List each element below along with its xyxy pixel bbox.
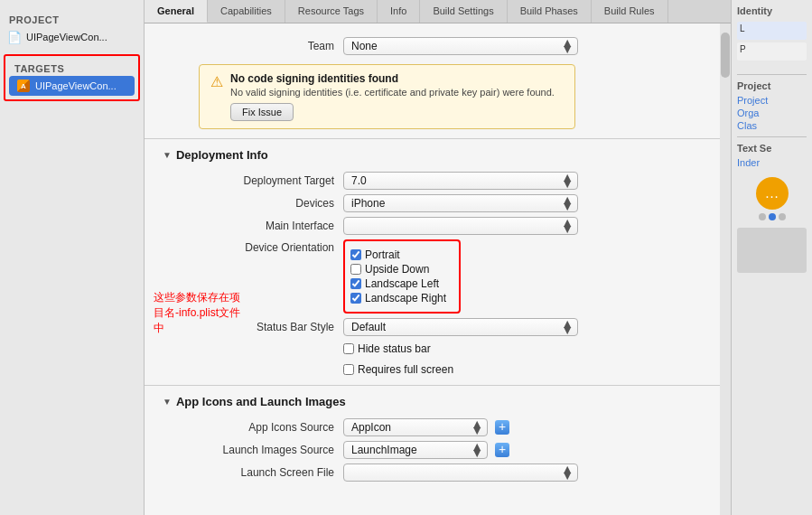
launch-images-value: LaunchImage bbox=[351, 444, 417, 456]
tab-general[interactable]: General bbox=[145, 0, 208, 23]
devices-select[interactable]: iPhone ▲▼ bbox=[343, 194, 578, 212]
hide-status-bar-label: Hide status bar bbox=[358, 342, 431, 355]
launch-images-label: Launch Images Source bbox=[145, 444, 343, 456]
app-icons-source-select[interactable]: AppIcon ▲▼ bbox=[343, 418, 488, 436]
tab-info[interactable]: Info bbox=[378, 0, 420, 23]
identity-title: Identity bbox=[737, 5, 807, 16]
status-bar-control: Default ▲▼ bbox=[343, 318, 578, 336]
sidebar: PROJECT 📄 UIPageViewCon... TARGETS A UIP… bbox=[0, 0, 145, 515]
app-icons-toggle-icon: ▼ bbox=[163, 397, 172, 407]
main-interface-control: ▲▼ bbox=[343, 217, 578, 235]
chevron-icon: ▲▼ bbox=[561, 321, 574, 333]
identity-p-item: P bbox=[737, 42, 807, 61]
project-section-right: Project Project Orga Clas bbox=[737, 74, 807, 131]
warning-content: No code signing identities found No vali… bbox=[230, 72, 555, 121]
vertical-scrollbar[interactable] bbox=[720, 23, 731, 515]
sidebar-target-label: UIPageViewCon... bbox=[35, 80, 117, 91]
team-label: Team bbox=[145, 40, 343, 52]
warning-text: No valid signing identities (i.e. certif… bbox=[230, 87, 555, 98]
project-title: Project bbox=[737, 80, 807, 91]
deployment-target-label: Deployment Target bbox=[145, 174, 343, 187]
tab-build-settings[interactable]: Build Settings bbox=[420, 0, 507, 23]
targets-section-header: TARGETS bbox=[5, 60, 138, 76]
status-bar-select[interactable]: Default ▲▼ bbox=[343, 318, 578, 336]
file-icon: 📄 bbox=[7, 30, 22, 44]
dot-1 bbox=[759, 213, 766, 220]
chevron-icon: ▲▼ bbox=[561, 466, 574, 479]
launch-screen-control: ▲▼ bbox=[343, 464, 578, 482]
tab-build-phases[interactable]: Build Phases bbox=[508, 0, 592, 23]
chevron-icon: ▲▼ bbox=[471, 421, 483, 434]
landscape-left-checkbox[interactable] bbox=[350, 278, 361, 289]
chevron-icon: ▲▼ bbox=[471, 444, 483, 456]
add-launch-image-button[interactable]: + bbox=[495, 443, 509, 457]
portrait-label: Portrait bbox=[365, 248, 400, 261]
devices-control: iPhone ▲▼ bbox=[343, 194, 578, 212]
requires-full-screen-row: Requires full screen bbox=[145, 361, 720, 378]
orientation-box: Portrait Upside Down Landscape Left bbox=[343, 239, 461, 314]
launch-screen-label: Launch Screen File bbox=[145, 466, 343, 479]
deployment-target-select[interactable]: 7.0 ▲▼ bbox=[343, 172, 578, 190]
targets-section: TARGETS A UIPageViewCon... bbox=[4, 54, 140, 101]
identity-section: Identity L P bbox=[737, 5, 807, 65]
project-section-header: PROJECT bbox=[0, 11, 144, 27]
upside-down-checkbox[interactable] bbox=[350, 264, 361, 275]
launch-screen-select[interactable]: ▲▼ bbox=[343, 464, 578, 482]
fix-issue-button[interactable]: Fix Issue bbox=[230, 103, 294, 121]
deployment-title: Deployment Info bbox=[176, 148, 268, 162]
circle-btn-wrapper: … bbox=[737, 177, 807, 210]
content-area: General Capabilities Resource Tags Info … bbox=[145, 0, 731, 515]
sidebar-item-target[interactable]: A UIPageViewCon... bbox=[9, 76, 135, 96]
tab-capabilities[interactable]: Capabilities bbox=[208, 0, 285, 23]
circle-action-button[interactable]: … bbox=[756, 177, 789, 210]
orientation-upside-down: Upside Down bbox=[350, 263, 446, 276]
requires-full-screen-checkbox[interactable] bbox=[343, 364, 354, 375]
devices-label: Devices bbox=[145, 197, 343, 210]
hide-status-bar-checkbox[interactable] bbox=[343, 343, 354, 354]
tab-resource-tags[interactable]: Resource Tags bbox=[285, 0, 378, 23]
warning-icon: ⚠ bbox=[210, 73, 223, 90]
add-app-icon-button[interactable]: + bbox=[495, 420, 509, 435]
portrait-checkbox[interactable] bbox=[350, 249, 361, 260]
dots-indicator bbox=[737, 213, 807, 220]
sidebar-item-project[interactable]: 📄 UIPageViewCon... bbox=[0, 27, 144, 47]
identity-panel: L P bbox=[737, 20, 807, 65]
project-item[interactable]: Project bbox=[737, 95, 807, 106]
status-bar-value: Default bbox=[351, 321, 386, 333]
dot-2 bbox=[769, 213, 776, 220]
deployment-target-value: 7.0 bbox=[351, 174, 367, 187]
landscape-left-label: Landscape Left bbox=[365, 277, 439, 290]
project-section: PROJECT 📄 UIPageViewCon... bbox=[0, 7, 144, 51]
app-icons-source-label: App Icons Source bbox=[145, 421, 343, 434]
team-row: Team None ▲▼ bbox=[145, 37, 720, 55]
app-icons-source-row: App Icons Source AppIcon ▲▼ + bbox=[145, 418, 720, 436]
main-interface-select[interactable]: ▲▼ bbox=[343, 217, 578, 235]
annotation-text: 这些参数保存在项目名-info.plist文件中 bbox=[154, 290, 248, 335]
signing-warning: ⚠ No code signing identities found No va… bbox=[199, 64, 575, 129]
orientation-portrait: Portrait bbox=[350, 248, 446, 261]
scrollbar-thumb[interactable] bbox=[721, 33, 730, 78]
identity-l-item: L bbox=[737, 22, 807, 40]
warning-title: No code signing identities found bbox=[230, 72, 555, 85]
launch-images-select[interactable]: LaunchImage ▲▼ bbox=[343, 441, 488, 459]
hide-status-bar-row: Hide status bar bbox=[145, 341, 720, 357]
chevron-icon: ▲▼ bbox=[561, 220, 574, 232]
orientation-landscape-right: Landscape Right bbox=[350, 292, 446, 304]
team-select[interactable]: None ▲▼ bbox=[343, 37, 578, 55]
requires-full-screen-option: Requires full screen bbox=[343, 363, 453, 376]
deployment-info-header[interactable]: ▼ Deployment Info bbox=[145, 139, 720, 167]
tab-build-rules[interactable]: Build Rules bbox=[592, 0, 668, 23]
launch-screen-row: Launch Screen File ▲▼ bbox=[145, 464, 720, 482]
class-item[interactable]: Clas bbox=[737, 120, 807, 131]
deployment-target-row: Deployment Target 7.0 ▲▼ bbox=[145, 172, 720, 190]
app-icons-header[interactable]: ▼ App Icons and Launch Images bbox=[145, 386, 720, 414]
app-icons-source-control: AppIcon ▲▼ + bbox=[343, 418, 578, 436]
hide-status-bar-option: Hide status bar bbox=[343, 342, 431, 355]
org-item[interactable]: Orga bbox=[737, 108, 807, 118]
indent-item[interactable]: Inder bbox=[737, 157, 807, 168]
team-control: None ▲▼ bbox=[343, 37, 578, 55]
main-content: 这些参数保存在项目名-info.plist文件中 Team None ▲▼ bbox=[145, 23, 720, 515]
dot-3 bbox=[779, 213, 786, 220]
landscape-right-checkbox[interactable] bbox=[350, 293, 361, 304]
scroll-content: 这些参数保存在项目名-info.plist文件中 Team None ▲▼ bbox=[145, 23, 720, 507]
